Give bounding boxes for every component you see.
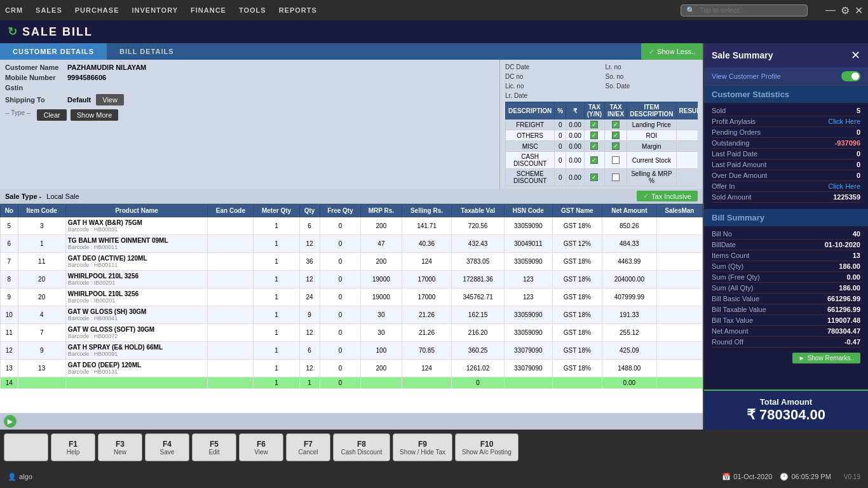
col-header: HSN Code <box>504 205 552 217</box>
table-row[interactable]: 13 13 GAT DEO (DEEP) 120MLBarcode : HB00… <box>1 360 703 377</box>
customer-stat-row: Profit Anylasis Click Here <box>712 116 860 127</box>
fkey-f10[interactable]: F10 Show A/c Posting <box>455 433 519 461</box>
fkey-f6[interactable]: F6 View <box>239 433 283 461</box>
fkey-f5[interactable]: F5 Edit <box>192 433 236 461</box>
bill-stat-row: Bill Basic Value 661296.99 <box>712 294 860 304</box>
row-salesman <box>656 324 702 342</box>
row-ean-code <box>208 306 254 324</box>
tab-bill-details[interactable]: BILL DETAILS <box>107 43 187 60</box>
row-mrp: 200 <box>361 217 402 235</box>
back-icon[interactable]: ↻ <box>8 25 17 39</box>
tax-inclusive-button[interactable]: ✓ Tax Inclusive <box>637 191 698 201</box>
table-row[interactable]: 7 11 GAT DEO (ACTIVE) 120MLBarcode : HB0… <box>1 253 703 271</box>
lr-no-label: Lr. no <box>606 64 644 71</box>
row-hsn-code: 33079090 <box>504 342 552 360</box>
taxyn-col-header: TAX(Y/N) <box>584 102 604 119</box>
row-taxable-val: 0 <box>452 377 504 389</box>
table-row[interactable]: 6 1 TG BALM WHITE OINMENT 09MLBarcode : … <box>1 235 703 253</box>
row-qty: 36 <box>299 253 320 271</box>
row-gst-name: GST 18% <box>552 324 602 342</box>
bill-label: Bill No <box>712 230 732 238</box>
result-cell <box>676 130 698 141</box>
row-hsn-code: 33079090 <box>504 360 552 377</box>
search-box[interactable]: 🔍 <box>681 4 808 17</box>
stat-value[interactable]: Click Here <box>828 118 860 125</box>
time-value: 06:05:29 PM <box>791 473 831 480</box>
menu-crm[interactable]: CRM <box>5 6 23 14</box>
table-row[interactable]: 11 7 GAT W GLOSS (SOFT) 30GMBarcode : HB… <box>1 324 703 342</box>
stat-value[interactable]: Click Here <box>828 182 860 190</box>
bill-details-panel: DC Date DC no Lic. no Lr. Date Lr. no So… <box>499 60 703 189</box>
chevron-right-icon: ► <box>799 355 805 362</box>
view-profile-toggle[interactable] <box>841 71 860 81</box>
bill-value: -0.47 <box>844 338 860 346</box>
so-date-label: So. Date <box>606 83 644 90</box>
amt-cell: 0.00 <box>566 130 584 141</box>
menu-sales[interactable]: SALES <box>36 6 62 14</box>
stat-value: -937096 <box>835 139 860 147</box>
col-header: Ean Code <box>208 205 254 217</box>
table-row[interactable]: 9 20 WHIRLPOOL 210L 3256Barcode : IB0020… <box>1 288 703 306</box>
add-row-button[interactable]: ► <box>4 415 17 428</box>
pct-cell: 0 <box>555 119 566 130</box>
fkey-f9[interactable]: F9 Show / Hide Tax <box>393 433 452 461</box>
stat-label: Offer In <box>712 182 735 190</box>
table-row[interactable]: 10 4 GAT W GLOSS (SH) 30GMBarcode : HB00… <box>1 306 703 324</box>
show-remarks-button[interactable]: ► Show Remarks.. <box>792 353 860 363</box>
fkey-f7[interactable]: F7 Cancel <box>286 433 330 461</box>
show-more-button[interactable]: Show More <box>71 109 119 121</box>
amt-cell: 0.00 <box>566 152 584 169</box>
items-table: NoItem CodeProduct NameEan CodeMeter Qty… <box>0 204 703 389</box>
row-net-amount: 4463.99 <box>602 253 656 271</box>
row-taxable-val: 162.15 <box>452 306 504 324</box>
taxyn-cell <box>584 119 604 130</box>
view-customer-profile-link[interactable]: View Customer Profile <box>712 72 781 80</box>
results-col-header: RESULTS <box>676 102 698 119</box>
customer-stat-row: Last Paid Date 0 <box>712 149 860 159</box>
left-main-panel: CUSTOMER DETAILS BILL DETAILS ✓ Show Les… <box>0 43 703 430</box>
close-button[interactable]: ✕ <box>855 4 863 17</box>
row-product-name: GAT DEO (ACTIVE) 120MLBarcode : HB00111 <box>65 253 208 271</box>
show-less-button[interactable]: ✓ Show Less.. <box>641 43 703 60</box>
customer-info-panel: Customer Name PAZHAMUDIR NILAYAM Mobile … <box>0 60 499 189</box>
fkey-f3[interactable]: F3 New <box>98 433 142 461</box>
bill-value: 661296.99 <box>827 306 860 313</box>
row-mrp: 100 <box>361 342 402 360</box>
row-mrp: 200 <box>361 253 402 271</box>
row-qty: 12 <box>299 360 320 377</box>
row-free-qty: 0 <box>320 324 361 342</box>
table-row[interactable]: 5 3 GAT H WAX (B&R) 75GMBarcode : HB0003… <box>1 217 703 235</box>
fkey-f8[interactable]: F8 Cash Discount <box>333 433 390 461</box>
dc-date-label: DC Date <box>505 64 543 71</box>
view-customer-profile-row: View Customer Profile <box>704 67 868 86</box>
clear-button[interactable]: Clear <box>37 109 66 121</box>
minimize-button[interactable]: — <box>825 4 836 16</box>
items-table-container[interactable]: NoItem CodeProduct NameEan CodeMeter Qty… <box>0 204 703 413</box>
table-row[interactable]: 8 20 WHIRLPOOL 210L 3256Barcode : IB0020… <box>1 271 703 288</box>
itemdesc-cell: ROI <box>627 130 676 141</box>
stat-label: Pending Orders <box>712 128 761 136</box>
menu-inventory[interactable]: INVENTORY <box>132 6 178 14</box>
row-selling <box>402 377 452 389</box>
row-selling: 17000 <box>402 288 452 306</box>
row-free-qty: 0 <box>320 377 361 389</box>
bill-value: 780304.47 <box>827 327 860 335</box>
fkey-f1[interactable]: F1 Help <box>51 433 95 461</box>
row-free-qty: 0 <box>320 288 361 306</box>
search-input[interactable] <box>700 6 801 14</box>
tab-customer-details[interactable]: CUSTOMER DETAILS <box>0 43 107 60</box>
row-salesman <box>656 217 702 235</box>
menu-tools[interactable]: TOOLS <box>239 6 266 14</box>
menu-purchase[interactable]: PURCHASE <box>75 6 119 14</box>
table-row[interactable]: 14 1 1 0 0 0.00 <box>1 377 703 389</box>
row-salesman <box>656 253 702 271</box>
settings-button[interactable]: ⚙ <box>841 4 850 17</box>
view-button[interactable]: View <box>96 94 124 105</box>
menu-finance[interactable]: FINANCE <box>191 6 226 14</box>
menu-reports[interactable]: REPORTS <box>279 6 317 14</box>
close-panel-button[interactable]: ✕ <box>851 48 860 62</box>
fkey-f4[interactable]: F4 Save <box>145 433 189 461</box>
col-header: Qty <box>299 205 320 217</box>
table-row[interactable]: 12 9 GAT H SPRAY (E& HOLD) 66MLBarcode :… <box>1 342 703 360</box>
row-item-code: 20 <box>18 288 65 306</box>
